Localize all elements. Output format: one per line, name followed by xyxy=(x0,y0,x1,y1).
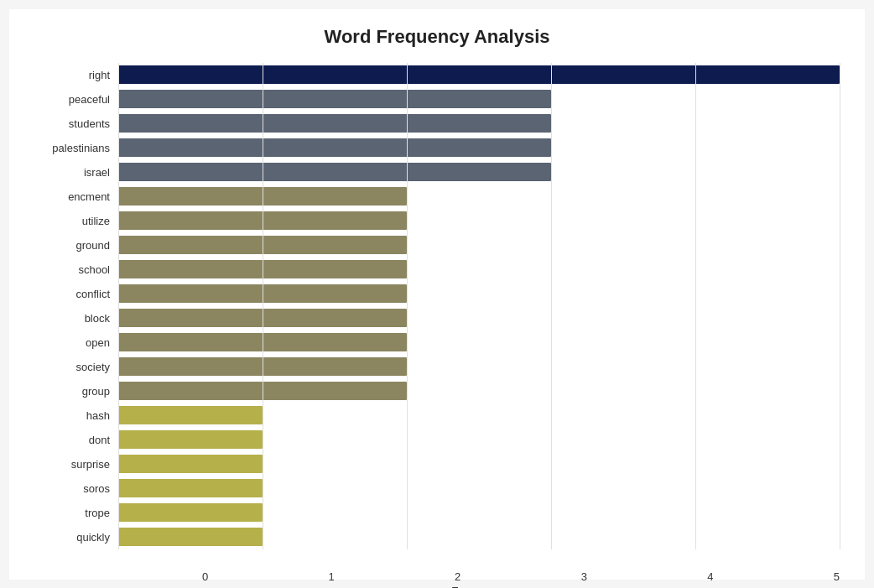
x-tick: 2 xyxy=(455,570,460,583)
grid-line xyxy=(263,63,263,549)
bar xyxy=(118,90,551,108)
bar xyxy=(118,138,551,157)
bar xyxy=(118,528,263,546)
chart-container: Word Frequency Analysis rightpeacefulstu… xyxy=(9,9,865,580)
y-label: block xyxy=(85,307,110,329)
grid-lines xyxy=(118,63,840,549)
bar xyxy=(118,260,407,278)
bar xyxy=(118,406,263,424)
bar xyxy=(118,309,407,327)
x-tick: 4 xyxy=(707,570,713,583)
bar xyxy=(118,503,263,522)
bar-row xyxy=(118,234,840,256)
bar xyxy=(118,479,263,497)
y-label: hash xyxy=(86,404,110,426)
x-tick: 3 xyxy=(581,570,587,583)
bar xyxy=(118,382,407,400)
y-label: surprise xyxy=(71,453,110,475)
x-tick: 5 xyxy=(834,570,840,583)
bar-row xyxy=(118,453,840,475)
bar xyxy=(118,211,407,230)
bar-row xyxy=(118,526,840,548)
bar-row xyxy=(118,258,840,280)
bar xyxy=(118,187,407,206)
bar xyxy=(118,114,551,133)
bar-row xyxy=(118,283,840,304)
y-label: right xyxy=(89,64,110,86)
grid-line xyxy=(551,63,552,549)
bar-row xyxy=(118,112,840,134)
y-label: peaceful xyxy=(69,88,110,110)
y-label: dont xyxy=(89,429,110,450)
y-label: encment xyxy=(68,185,110,207)
y-label: palestinians xyxy=(52,137,110,159)
x-tick: 0 xyxy=(202,570,208,583)
bar xyxy=(118,455,263,473)
y-label: society xyxy=(76,356,110,377)
bar xyxy=(118,163,551,181)
bar-row xyxy=(118,429,840,450)
bar xyxy=(118,236,407,254)
bar-row xyxy=(118,502,840,523)
grid-line xyxy=(407,63,408,549)
grid-line xyxy=(840,63,840,549)
y-label: utilize xyxy=(82,210,110,232)
y-label: soros xyxy=(83,477,110,499)
bar-row xyxy=(118,185,840,207)
bar xyxy=(118,430,263,449)
bar-row xyxy=(118,64,840,86)
y-label: israel xyxy=(84,161,110,183)
bar-row xyxy=(118,161,840,183)
bar xyxy=(118,333,407,351)
x-axis: 012345 xyxy=(202,570,840,583)
bar xyxy=(118,65,840,84)
x-axis-label: Frequency xyxy=(118,585,840,589)
grid-line xyxy=(118,63,119,549)
x-tick: 1 xyxy=(329,570,335,583)
y-label: conflict xyxy=(76,283,110,304)
bar-row xyxy=(118,210,840,232)
bar-row xyxy=(118,356,840,377)
y-label: trope xyxy=(85,502,110,523)
y-label: ground xyxy=(76,234,110,256)
bar xyxy=(118,357,407,376)
y-label: open xyxy=(86,331,110,353)
grid-line xyxy=(695,63,696,549)
y-label: group xyxy=(82,380,110,402)
y-label: students xyxy=(69,112,110,134)
bar-row xyxy=(118,331,840,353)
bars-area: 012345 Frequency xyxy=(118,63,840,549)
chart-title: Word Frequency Analysis xyxy=(34,26,840,48)
bar xyxy=(118,284,407,303)
bar-row xyxy=(118,88,840,110)
y-label: school xyxy=(78,258,110,280)
y-axis: rightpeacefulstudentspalestiniansisraele… xyxy=(34,63,118,549)
bar-row xyxy=(118,404,840,426)
chart-area: rightpeacefulstudentspalestiniansisraele… xyxy=(34,63,840,549)
bar-row xyxy=(118,477,840,499)
bar-row xyxy=(118,380,840,402)
bar-row xyxy=(118,137,840,159)
y-label: quickly xyxy=(76,526,110,548)
bar-row xyxy=(118,307,840,329)
